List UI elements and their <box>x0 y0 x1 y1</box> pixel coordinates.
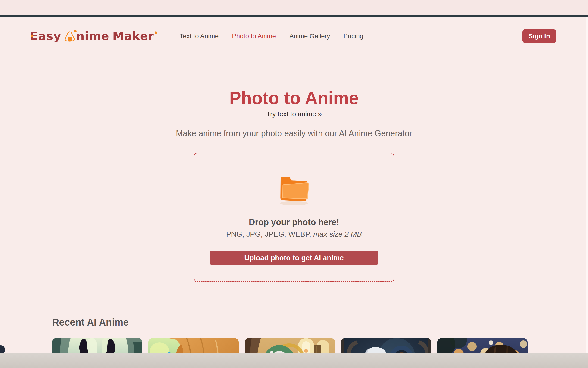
logo-text-maker: Maker <box>113 29 154 43</box>
page-title: Photo to Anime <box>0 88 588 108</box>
logo-text-easy: Easy <box>30 29 61 43</box>
nav-item-text-to-anime[interactable]: Text to Anime <box>180 32 219 40</box>
main-nav: Text to Anime Photo to Anime Anime Galle… <box>180 32 363 40</box>
logo[interactable]: Easy nime Maker <box>30 29 157 43</box>
upload-photo-button[interactable]: Upload photo to get AI anime <box>210 250 378 265</box>
upload-dropzone[interactable]: Drop your photo here! PNG, JPG, JPEG, WE… <box>194 153 394 282</box>
formats-list: PNG, JPG, JPEG, WEBP, <box>226 230 311 238</box>
bottom-bar <box>0 353 588 368</box>
sign-in-button[interactable]: Sign In <box>522 29 556 43</box>
header: Easy nime Maker Text to Anime Photo to A… <box>0 17 588 55</box>
folder-icon <box>271 171 317 205</box>
scrollbar[interactable] <box>586 17 588 353</box>
logo-accent-dot-icon <box>155 31 157 34</box>
nav-item-anime-gallery[interactable]: Anime Gallery <box>289 32 330 40</box>
logo-accent-dot-icon <box>31 35 33 37</box>
top-divider <box>0 15 588 17</box>
logo-text-nime: nime <box>76 29 109 43</box>
recent-title: Recent AI Anime <box>52 317 588 328</box>
hero-section: Photo to Anime Try text to anime » Make … <box>0 88 588 282</box>
logo-accent-dot-icon <box>74 30 77 32</box>
nav-item-pricing[interactable]: Pricing <box>343 32 363 40</box>
drop-title: Drop your photo here! <box>194 217 394 227</box>
top-strip <box>0 0 588 15</box>
onigiri-icon <box>64 31 75 43</box>
nav-item-photo-to-anime[interactable]: Photo to Anime <box>232 32 276 40</box>
hero-subtitle: Make anime from your photo easily with o… <box>0 129 588 138</box>
accepted-formats: PNG, JPG, JPEG, WEBP, max size 2 MB <box>194 230 394 239</box>
try-text-to-anime-link[interactable]: Try text to anime » <box>266 110 322 118</box>
max-size-note: max size 2 MB <box>313 230 362 238</box>
